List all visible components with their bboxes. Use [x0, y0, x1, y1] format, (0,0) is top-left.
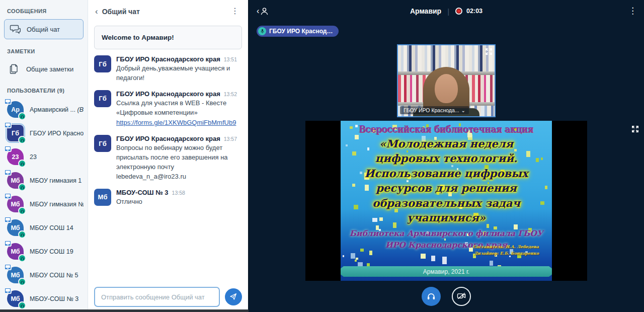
- chat-link[interactable]: https://forms.gle/1XKWbGQmiFbMmfUb9: [116, 118, 241, 128]
- screenshare-badge-icon: [4, 98, 12, 105]
- headphones-badge-icon: [18, 254, 26, 262]
- screenshare-badge-icon: [4, 287, 12, 294]
- user-list-item[interactable]: Мб МБОУ гимназия №1: [0, 192, 88, 216]
- webcam-video[interactable]: ГБОУ ИРО Краснода... ⌄: [397, 44, 496, 117]
- user-list-item[interactable]: Ар Армавирский ... (Вы): [0, 98, 88, 121]
- slide-credits: Составитель: Н.А. Лебедева Дизайнер: Е.Б…: [473, 244, 539, 257]
- chat-input-row: [88, 287, 248, 307]
- chevron-left-icon: ‹: [257, 7, 259, 15]
- send-message-button[interactable]: [225, 288, 242, 305]
- user-name: МБОУ СОШ 14: [30, 224, 73, 231]
- sidebar-item-public-chat[interactable]: Общий чат: [4, 19, 84, 39]
- window-bottom-edge: [0, 309, 249, 312]
- message-text: Добрый день,уважаемые учащиеся и педагог…: [116, 64, 241, 83]
- chat-welcome-message: Welcome to Армавир!: [94, 26, 242, 49]
- headphones-icon: [426, 291, 436, 302]
- user-avatar: Мб: [7, 267, 24, 283]
- recording-indicator[interactable]: 02:03: [455, 8, 482, 15]
- user-list-item[interactable]: 23 23: [0, 145, 88, 169]
- presentation-slide: Всероссийская библиотечная акция «Молоде…: [341, 121, 552, 281]
- media-controls: [422, 287, 471, 306]
- recording-time: 02:03: [466, 8, 482, 15]
- main-options-kebab-icon[interactable]: ⋮: [628, 7, 637, 15]
- message-avatar: Гб: [94, 90, 111, 107]
- webcam-off-icon: [456, 291, 466, 302]
- microphone-icon: [258, 27, 266, 35]
- audio-toggle-button[interactable]: [422, 287, 441, 306]
- user-list: Ар Армавирский ... (Вы) Гб ГБОУ ИРО Крас…: [0, 98, 88, 310]
- user-avatar: Гб: [7, 125, 24, 141]
- sidebar-item-shared-notes[interactable]: Общие заметки: [4, 59, 84, 79]
- chat-message: Гб ГБОУ ИРО Краснодарского края 13:57 Во…: [94, 135, 241, 181]
- message-text: Ссылка для участия в WEB - Квесте «Цифро…: [116, 99, 241, 128]
- message-avatar: Гб: [94, 55, 111, 72]
- slide-title-2: Использование цифровых ресурсов для реше…: [346, 166, 547, 225]
- meeting-title: Армавир: [410, 7, 441, 15]
- message-sender: МБОУ-СОШ № 3: [116, 189, 169, 196]
- message-time: 13:58: [172, 190, 185, 196]
- chat-options-kebab-icon[interactable]: ⋮: [229, 8, 241, 15]
- user-avatar: Мб: [7, 290, 24, 307]
- user-list-item[interactable]: Мб МБОУ СОШ 14: [0, 216, 88, 240]
- presentation-area[interactable]: Всероссийская библиотечная акция «Молоде…: [305, 121, 587, 281]
- headphones-badge-icon: [18, 230, 26, 239]
- nav-sidebar: СООБЩЕНИЯ Общий чат ЗАМЕТКИ Общие заметк…: [0, 0, 88, 312]
- user-name: МБОУ-СОШ № 3: [30, 295, 78, 302]
- record-dot-icon: [455, 8, 462, 15]
- screenshare-badge-icon: [4, 122, 12, 128]
- notes-section-header: ЗАМЕТКИ: [0, 40, 88, 58]
- sidebar-item-label: Общий чат: [27, 26, 60, 33]
- user-name: Армавирский ... (Вы): [30, 106, 84, 113]
- screenshare-badge-icon: [4, 145, 12, 152]
- message-avatar: Гб: [94, 135, 111, 152]
- person-icon: [260, 7, 269, 16]
- user-name: ГБОУ ИРО Красно...: [30, 130, 84, 137]
- headphones-badge-icon: [18, 136, 26, 144]
- presentation-fullscreen-icon[interactable]: [630, 124, 640, 134]
- user-name: МБОУ гимназия 1: [30, 177, 82, 184]
- active-talker-pill[interactable]: ГБОУ ИРО Краснод…: [257, 26, 339, 37]
- message-text: Отлично: [116, 197, 241, 207]
- chat-message-input[interactable]: [94, 287, 220, 307]
- screenshare-badge-icon: [4, 169, 12, 176]
- chat-message: Гб ГБОУ ИРО Краснодарского края 13:52 Сс…: [94, 90, 241, 128]
- meeting-title-group: Армавир | 02:03: [410, 7, 482, 16]
- title-separator: |: [447, 7, 449, 16]
- chat-message-list[interactable]: Гб ГБОУ ИРО Краснодарского края 13:51 До…: [88, 51, 248, 312]
- chat-back-chevron-icon[interactable]: ‹: [95, 7, 98, 16]
- slide-title: «Молодежная неделя цифровых технологий.: [346, 136, 547, 166]
- webcam-fullscreen-icon[interactable]: [484, 47, 493, 56]
- headphones-badge-icon: [18, 301, 26, 309]
- app-window: СООБЩЕНИЯ Общий чат ЗАМЕТКИ Общие заметк…: [0, 0, 644, 312]
- user-list-item[interactable]: Мб МБОУ СОШ 19: [0, 240, 88, 263]
- main-stage: ‹ Армавир | 02:03 ⋮ ГБОУ ИРО Краснод…: [249, 0, 644, 312]
- message-line: Добрый день,уважаемые учащиеся и педагог…: [116, 64, 241, 83]
- headphones-badge-icon: [18, 278, 26, 286]
- headphones-badge-icon: [18, 207, 26, 215]
- screenshare-badge-icon: [4, 216, 12, 223]
- user-name: МБОУ СОШ № 5: [30, 272, 78, 279]
- main-topbar: ‹ Армавир | 02:03 ⋮: [249, 0, 644, 22]
- screenshare-badge-icon: [4, 193, 12, 199]
- webcam-name-label[interactable]: ГБОУ ИРО Краснода... ⌄: [400, 106, 469, 114]
- toggle-userlist-button[interactable]: ‹: [257, 7, 269, 16]
- webcam-scene: [398, 45, 495, 116]
- headphones-badge-icon: [18, 183, 26, 191]
- user-avatar: 23: [7, 148, 24, 165]
- webcam-toggle-button[interactable]: [452, 287, 471, 306]
- user-list-item[interactable]: Мб МБОУ-СОШ № 3: [0, 287, 88, 310]
- room-name: Армавир: [141, 34, 172, 41]
- user-name: МБОУ гимназия №1: [30, 201, 84, 208]
- message-text: Вопросы по вебинару можно будет присылат…: [116, 143, 241, 181]
- user-list-item[interactable]: Мб МБОУ СОШ № 5: [0, 263, 88, 287]
- chat-title: Общий чат: [102, 8, 229, 16]
- user-list-item[interactable]: Гб ГБОУ ИРО Красно...: [0, 121, 88, 145]
- user-list-item[interactable]: Мб МБОУ гимназия 1: [0, 169, 88, 192]
- user-name: МБОУ СОШ 19: [30, 248, 73, 255]
- headphones-badge-icon: [18, 160, 26, 168]
- messages-section-header: СООБЩЕНИЯ: [0, 0, 88, 18]
- screenshare-badge-icon: [4, 264, 12, 270]
- chat-bubbles-icon: [9, 23, 22, 35]
- message-line: Отлично: [116, 197, 241, 207]
- user-avatar: Мб: [7, 172, 24, 189]
